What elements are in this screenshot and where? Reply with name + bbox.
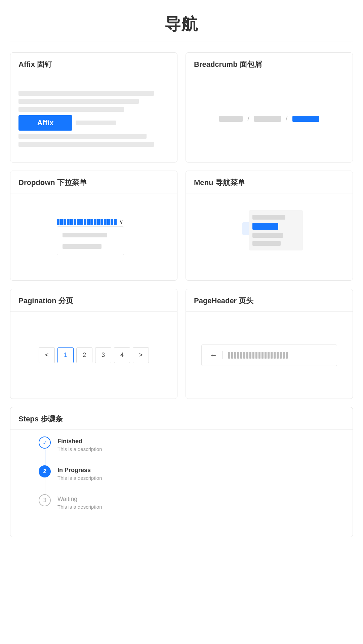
breadcrumb-item-3-active[interactable] — [292, 116, 319, 122]
pageheader-card-body: ← — [186, 311, 353, 399]
skeleton-line — [18, 91, 154, 96]
breadcrumb-item-1[interactable] — [219, 116, 243, 122]
breadcrumb-card-body: / / — [186, 75, 353, 162]
breadcrumb-card: Breadcrumb 面包屑 / / — [186, 52, 353, 163]
steps-card-title: Steps 步骤条 — [10, 407, 353, 429]
affix-card-title: Affix 固钉 — [10, 53, 177, 75]
dropdown-card-body: ∨ — [10, 193, 177, 280]
step-icon-3: 3 — [39, 494, 51, 506]
dropdown-arrow-icon: ∨ — [119, 219, 123, 225]
menu-card-body — [186, 193, 353, 280]
affix-demo: Affix — [18, 91, 169, 147]
step-title-1: Finished — [57, 438, 102, 445]
component-grid: Affix 固钉 Affix Breadcrumb 面包屑 / — [0, 52, 363, 547]
step-desc-2: This is a description — [57, 475, 102, 481]
pagination-demo: < 1 2 3 4 > — [39, 347, 149, 363]
skeleton-line — [76, 121, 116, 125]
affix-card: Affix 固钉 Affix — [10, 52, 177, 163]
dropdown-demo: ∨ — [57, 219, 131, 255]
pagination-prev[interactable]: < — [39, 347, 55, 363]
pagination-page-1[interactable]: 1 — [57, 347, 74, 363]
step-desc-1: This is a description — [57, 446, 102, 452]
menu-card-title: Menu 导航菜单 — [186, 171, 353, 193]
pagination-page-4[interactable]: 4 — [114, 347, 130, 363]
pagination-page-3[interactable]: 3 — [95, 347, 111, 363]
pagination-next[interactable]: > — [133, 347, 149, 363]
dropdown-trigger-bars — [57, 219, 117, 225]
menu-item-3[interactable] — [252, 233, 283, 238]
pageheader-card-title: PageHeader 页头 — [186, 289, 353, 311]
pagination-page-2[interactable]: 2 — [76, 347, 92, 363]
menu-panel — [249, 210, 303, 250]
pagination-card-body: < 1 2 3 4 > — [10, 311, 177, 399]
breadcrumb-item-2[interactable] — [254, 116, 281, 122]
breadcrumb-demo: / / — [219, 115, 319, 123]
menu-demo — [236, 210, 303, 264]
dropdown-menu-item-2[interactable] — [57, 241, 124, 252]
pageheader-card: PageHeader 页头 ← — [186, 289, 353, 399]
dropdown-card-title: Dropdown 下拉菜单 — [10, 171, 177, 193]
step-content-2: In Progress This is a description — [57, 465, 102, 494]
skeleton-line — [18, 134, 147, 139]
step-desc-3: This is a description — [57, 504, 102, 510]
pageheader-divider — [223, 351, 223, 359]
menu-item-4[interactable] — [252, 241, 281, 246]
steps-card: Steps 步骤条 ✓ Finished This is a descripti… — [10, 407, 353, 537]
menu-item-2-active[interactable] — [252, 223, 278, 230]
steps-demo: ✓ Finished This is a description 2 In Pr… — [18, 436, 102, 523]
breadcrumb-sep-1: / — [247, 115, 249, 123]
dropdown-menu — [57, 226, 124, 255]
skeleton-line — [18, 99, 139, 104]
step-icon-1: ✓ — [39, 436, 51, 449]
dropdown-menu-item-1[interactable] — [57, 229, 124, 241]
skeleton-line — [18, 107, 124, 112]
page-title: 导航 — [0, 0, 363, 42]
pagination-card: Pagination 分页 < 1 2 3 4 > — [10, 289, 177, 399]
affix-button[interactable]: Affix — [18, 115, 72, 131]
steps-card-body: ✓ Finished This is a description 2 In Pr… — [10, 429, 353, 537]
step-item-1: ✓ Finished This is a description — [39, 436, 102, 465]
step-item-3: 3 Waiting This is a description — [39, 494, 102, 523]
skeleton-line — [18, 142, 154, 147]
dropdown-card: Dropdown 下拉菜单 ∨ — [10, 171, 177, 281]
affix-card-body: Affix — [10, 75, 177, 162]
step-icon-2: 2 — [39, 465, 51, 477]
pagination-card-title: Pagination 分页 — [10, 289, 177, 311]
breadcrumb-sep-2: / — [286, 115, 288, 123]
affix-row: Affix — [18, 115, 169, 131]
menu-item-1[interactable] — [252, 215, 285, 220]
pageheader-demo: ← — [201, 344, 337, 366]
step-title-2: In Progress — [57, 467, 102, 474]
breadcrumb-card-title: Breadcrumb 面包屑 — [186, 53, 353, 75]
step-item-2: 2 In Progress This is a description — [39, 465, 102, 494]
title-divider — [10, 42, 353, 42]
step-content-1: Finished This is a description — [57, 436, 102, 465]
step-content-3: Waiting This is a description — [57, 494, 102, 523]
pageheader-title-bars — [228, 352, 288, 359]
pageheader-back-icon[interactable]: ← — [210, 351, 217, 360]
dropdown-trigger[interactable]: ∨ — [57, 219, 123, 225]
menu-card: Menu 导航菜单 — [186, 171, 353, 281]
step-title-3: Waiting — [57, 496, 102, 503]
